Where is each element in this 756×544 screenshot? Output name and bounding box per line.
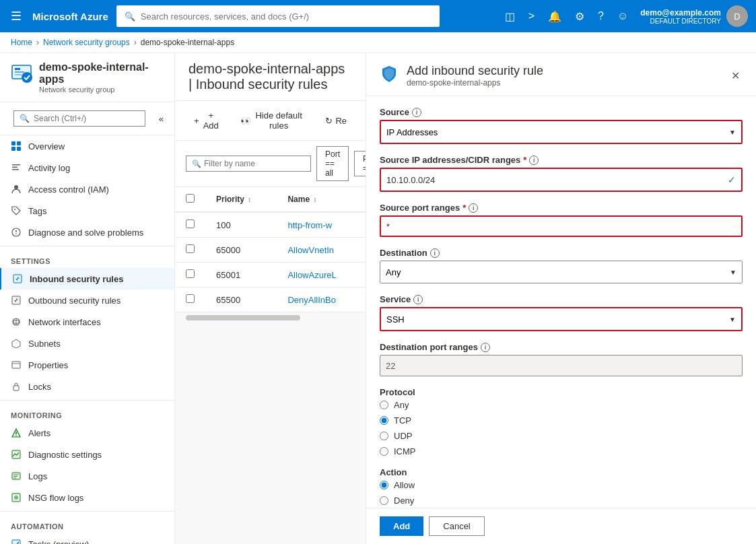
- filter-search-input[interactable]: [204, 159, 305, 168]
- source-select[interactable]: IP Addresses Any Service Tag Application…: [381, 121, 741, 143]
- source-info-icon[interactable]: i: [412, 108, 421, 117]
- rule-name-link[interactable]: AllowVnetIn: [287, 245, 334, 255]
- sidebar-item-label: Locks: [28, 382, 51, 392]
- source-port-input[interactable]: [380, 215, 743, 237]
- sidebar-item-tasks[interactable]: Tasks (preview): [0, 533, 174, 544]
- svg-rect-10: [12, 167, 18, 168]
- sidebar-item-properties[interactable]: Properties: [0, 354, 174, 376]
- protocol-icmp-radio[interactable]: [380, 447, 388, 456]
- name-column-header[interactable]: Name ↕: [277, 187, 366, 212]
- destination-select[interactable]: Any IP Addresses Service Tag Application…: [380, 261, 742, 283]
- svg-rect-9: [12, 164, 20, 166]
- protocol-filter-tag[interactable]: Protocol == all: [354, 151, 366, 176]
- sidebar-search-wrapper[interactable]: 🔍: [13, 110, 145, 127]
- name-cell: AllowAzureL: [277, 263, 366, 287]
- protocol-icmp-option[interactable]: ICMP: [380, 446, 743, 456]
- sidebar-item-subnets[interactable]: Subnets: [0, 333, 174, 354]
- sidebar-search-input[interactable]: [34, 114, 139, 123]
- topbar: ☰ Microsoft Azure 🔍 ◫ > 🔔 ⚙ ? ☺ demo@exa…: [0, 0, 756, 32]
- horizontal-scrollbar[interactable]: [186, 315, 300, 320]
- cloud-shell-icon[interactable]: >: [524, 7, 539, 25]
- destination-info-icon[interactable]: i: [430, 248, 440, 258]
- hide-default-rules-button[interactable]: 👀 Hide default rules: [232, 106, 312, 135]
- protocol-udp-option[interactable]: UDP: [380, 431, 743, 441]
- row-checkbox[interactable]: [186, 219, 195, 228]
- select-all-checkbox[interactable]: [186, 194, 195, 203]
- sidebar-item-inbound[interactable]: Inbound security rules: [0, 268, 174, 290]
- sidebar-item-network-interfaces[interactable]: Network interfaces: [0, 311, 174, 333]
- action-deny-option[interactable]: Deny: [380, 496, 743, 506]
- add-button[interactable]: Add: [380, 516, 423, 536]
- dest-port-field-group: Destination port ranges i: [380, 342, 743, 376]
- sidebar-item-label: Outbound security rules: [28, 296, 121, 306]
- priority-column-header[interactable]: Priority ↕: [205, 187, 277, 212]
- portal-menu-icon[interactable]: ◫: [501, 7, 519, 26]
- feedback-icon[interactable]: ☺: [613, 7, 632, 25]
- nsg-flow-icon: [11, 492, 22, 503]
- sidebar-item-outbound[interactable]: Outbound security rules: [0, 290, 174, 311]
- sidebar-item-activity-log[interactable]: Activity log: [0, 157, 174, 178]
- protocol-tcp-radio[interactable]: [380, 416, 388, 425]
- add-icon: +: [194, 116, 199, 126]
- sort-icon: ↕: [248, 196, 251, 203]
- sidebar-item-alerts[interactable]: Alerts: [0, 422, 174, 444]
- sidebar-item-diagnose[interactable]: Diagnose and solve problems: [0, 222, 174, 243]
- service-select[interactable]: SSH Custom HTTP HTTPS RDP: [381, 308, 741, 330]
- sidebar-item-logs[interactable]: Logs: [0, 465, 174, 487]
- sidebar-item-overview[interactable]: Overview: [0, 135, 174, 157]
- rule-name-link[interactable]: http-from-w: [287, 220, 332, 230]
- action-deny-radio[interactable]: [380, 496, 388, 505]
- source-select-wrapper: IP Addresses Any Service Tag Application…: [380, 120, 743, 144]
- dest-port-info-icon[interactable]: i: [481, 343, 490, 352]
- refresh-button[interactable]: ↻ Re: [317, 112, 355, 130]
- topbar-icons: ◫ > 🔔 ⚙ ? ☺ demo@example.com DEFAULT DIR…: [501, 5, 748, 27]
- row-checkbox[interactable]: [186, 244, 195, 253]
- table-scroll[interactable]: Priority ↕ Name ↕ 10: [175, 187, 366, 312]
- protocol-tcp-option[interactable]: TCP: [380, 415, 743, 426]
- row-checkbox[interactable]: [186, 269, 195, 278]
- rule-name-link[interactable]: DenyAllInBo: [287, 295, 336, 305]
- panel-title: Add inbound security rule: [407, 64, 543, 78]
- sidebar-item-diagnostic[interactable]: Diagnostic settings: [0, 444, 174, 465]
- breadcrumb-nsg[interactable]: Network security groups: [43, 38, 130, 47]
- collapse-sidebar-btn[interactable]: «: [153, 108, 169, 129]
- cancel-button[interactable]: Cancel: [429, 516, 484, 536]
- port-filter-tag[interactable]: Port == all: [316, 146, 349, 181]
- notifications-icon[interactable]: 🔔: [544, 7, 565, 26]
- sidebar-item-tags[interactable]: Tags: [0, 200, 174, 222]
- protocol-udp-radio[interactable]: [380, 432, 388, 440]
- svg-rect-1: [15, 68, 20, 70]
- global-search-input[interactable]: [141, 11, 432, 22]
- source-ip-info-icon[interactable]: i: [529, 156, 539, 165]
- help-icon[interactable]: ?: [594, 7, 608, 25]
- service-info-icon[interactable]: i: [413, 295, 423, 304]
- table-row: 65000 AllowVnetIn: [175, 238, 366, 263]
- rule-name-link[interactable]: AllowAzureL: [287, 270, 336, 280]
- sidebar-item-nsg-flow-logs[interactable]: NSG flow logs: [0, 487, 174, 508]
- protocol-any-option[interactable]: Any: [380, 400, 743, 410]
- panel-close-button[interactable]: ✕: [728, 67, 743, 85]
- protocol-any-radio[interactable]: [380, 401, 388, 409]
- avatar[interactable]: D: [726, 5, 748, 27]
- row-checkbox[interactable]: [186, 294, 195, 303]
- toolbar: + + Add 👀 Hide default rules ↻ Re: [175, 101, 366, 141]
- action-allow-radio[interactable]: [380, 481, 388, 489]
- source-port-info-icon[interactable]: i: [469, 203, 478, 213]
- global-search-bar[interactable]: 🔍: [116, 5, 440, 27]
- sidebar-item-locks[interactable]: Locks: [0, 376, 174, 397]
- filter-bar: 🔍 Port == all Protocol == all: [175, 141, 366, 187]
- hamburger-icon[interactable]: ☰: [8, 6, 24, 26]
- sidebar-item-label: NSG flow logs: [28, 493, 83, 503]
- filter-search-box[interactable]: 🔍: [186, 156, 311, 172]
- sidebar-item-iam[interactable]: Access control (IAM): [0, 178, 174, 200]
- add-rule-button[interactable]: + + Add: [186, 106, 227, 135]
- service-select-wrapper: SSH Custom HTTP HTTPS RDP ▼: [380, 307, 743, 331]
- breadcrumb-home[interactable]: Home: [11, 38, 32, 47]
- dest-port-input[interactable]: [380, 355, 743, 376]
- priority-cell: 100: [205, 212, 277, 238]
- settings-icon[interactable]: ⚙: [571, 7, 588, 26]
- action-allow-option[interactable]: Allow: [380, 480, 743, 490]
- source-ip-input[interactable]: [381, 169, 741, 191]
- name-cell: DenyAllInBo: [277, 287, 366, 312]
- sidebar-item-label: Diagnostic settings: [28, 450, 102, 460]
